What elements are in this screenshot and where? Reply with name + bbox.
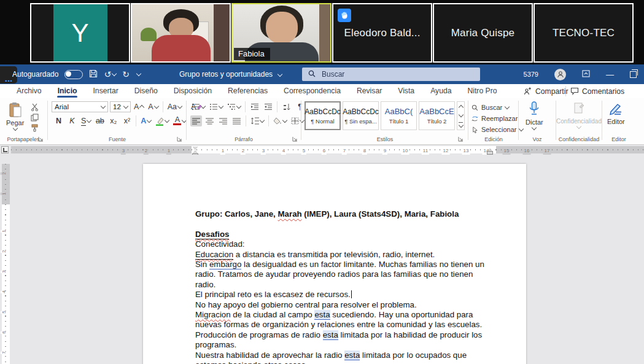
document-paragraph[interactable]: Nuestra habilidad de aprovechar la radio… bbox=[195, 350, 490, 364]
multilevel-list-button[interactable] bbox=[226, 101, 242, 112]
first-line-indent-marker[interactable] bbox=[193, 147, 198, 150]
grow-font-button[interactable]: A bbox=[133, 101, 145, 112]
tab-diseño[interactable]: Diseño bbox=[126, 84, 166, 98]
shrink-font-button[interactable]: A bbox=[147, 101, 159, 112]
dictate-button[interactable]: Dictar bbox=[526, 101, 543, 130]
ribbon-display-options-icon[interactable] bbox=[582, 70, 590, 79]
account-avatar[interactable] bbox=[554, 69, 566, 80]
cut-icon[interactable] bbox=[31, 103, 39, 114]
numbering-button[interactable] bbox=[208, 101, 224, 112]
hanging-indent-marker[interactable] bbox=[193, 150, 198, 153]
tab-selector[interactable] bbox=[1, 146, 9, 153]
decrease-indent-button[interactable] bbox=[249, 101, 260, 112]
participant-tile[interactable]: Y bbox=[30, 3, 130, 63]
minimize-button[interactable]: — bbox=[606, 70, 614, 79]
gallery-more-icon[interactable] bbox=[459, 122, 463, 127]
participant-tile[interactable] bbox=[131, 3, 231, 63]
align-left-button[interactable] bbox=[190, 115, 202, 126]
clipboard-dialog-launcher-icon[interactable] bbox=[38, 136, 44, 142]
tab-correspondencia[interactable]: Correspondencia bbox=[276, 84, 349, 98]
tab-nitro-pro[interactable]: Nitro Pro bbox=[459, 84, 505, 98]
participant-tile[interactable]: Eleodoro Bald... bbox=[332, 3, 432, 63]
underline-button[interactable]: S bbox=[80, 115, 92, 126]
comments-button[interactable]: Comentarios bbox=[570, 85, 644, 97]
tab-archivo[interactable]: Archivo bbox=[9, 84, 50, 98]
participant-tile[interactable]: TECNO-TEC bbox=[533, 3, 634, 63]
justify-button[interactable] bbox=[231, 115, 242, 126]
participant-tile[interactable]: Fabiola bbox=[231, 3, 332, 63]
ruler-number: 2 bbox=[1, 172, 7, 174]
save-icon[interactable] bbox=[89, 69, 98, 80]
document-paragraph[interactable]: Migracion de la ciudad al campo esta suc… bbox=[195, 310, 490, 330]
format-painter-icon[interactable] bbox=[31, 123, 39, 134]
editor-button[interactable]: Editor bbox=[607, 102, 625, 125]
undo-icon[interactable]: ↺ bbox=[104, 70, 116, 79]
document-paragraph[interactable]: No hay apoyo del gobierno central para r… bbox=[195, 300, 490, 310]
paste-button[interactable]: Pegar bbox=[6, 102, 24, 130]
change-case-button[interactable]: Aa bbox=[166, 101, 183, 112]
find-button[interactable]: Buscar bbox=[471, 102, 509, 113]
document-text[interactable]: Grupo: Carlos, Jane, Marah (IMEP), Laura… bbox=[195, 209, 490, 364]
search-input[interactable] bbox=[320, 69, 458, 79]
subscript-button[interactable]: x₂ bbox=[107, 115, 119, 126]
replace-button[interactable]: Reemplazar bbox=[471, 113, 518, 124]
participant-tile[interactable]: Maria Quispe bbox=[433, 3, 533, 63]
align-right-button[interactable] bbox=[217, 115, 229, 126]
tab-inicio[interactable]: Inicio bbox=[50, 84, 85, 98]
copy-icon[interactable] bbox=[31, 113, 39, 124]
strikethrough-button[interactable]: ab bbox=[94, 115, 106, 126]
shading-button[interactable] bbox=[272, 115, 288, 126]
align-center-button[interactable] bbox=[204, 115, 215, 126]
document-title[interactable]: Grupo retos y oportunidades bbox=[179, 70, 282, 79]
gallery-scroll-down-icon[interactable] bbox=[458, 112, 463, 117]
select-button[interactable]: Seleccionar bbox=[471, 124, 523, 135]
styles-dialog-launcher-icon[interactable] bbox=[458, 136, 464, 142]
document-paragraph[interactable] bbox=[195, 219, 490, 229]
style-card--sin-espa-[interactable]: AaBbCcDc¶ Sin espa... bbox=[343, 101, 379, 130]
document-paragraph[interactable]: Conectividad: bbox=[195, 239, 490, 249]
line-spacing-button[interactable] bbox=[249, 115, 265, 126]
redo-icon[interactable]: ↻ bbox=[122, 70, 130, 79]
paragraph-dialog-launcher-icon[interactable] bbox=[292, 136, 298, 142]
font-color-button[interactable]: A bbox=[172, 115, 187, 126]
style-card--normal[interactable]: AaBbCcDc¶ Normal bbox=[305, 101, 341, 130]
text-effects-button[interactable]: A bbox=[139, 115, 152, 126]
tab-disposición[interactable]: Disposición bbox=[166, 84, 220, 98]
tab-ayuda[interactable]: Ayuda bbox=[422, 84, 459, 98]
gallery-scroll-up-icon[interactable] bbox=[458, 105, 463, 110]
bold-button[interactable]: N bbox=[53, 115, 64, 126]
autosave-toggle[interactable] bbox=[64, 70, 83, 79]
document-page[interactable]: Grupo: Carlos, Jane, Marah (IMEP), Laura… bbox=[143, 164, 526, 364]
style-card-t-tulo-1[interactable]: AaBbC(Título 1 bbox=[381, 101, 417, 130]
increase-indent-button[interactable] bbox=[262, 101, 274, 112]
right-indent-marker-base[interactable] bbox=[487, 152, 492, 154]
tab-revisar[interactable]: Revisar bbox=[349, 84, 390, 98]
font-size-select[interactable]: 12 bbox=[110, 101, 131, 112]
font-name-select[interactable]: Arial bbox=[52, 101, 108, 112]
dictate-chevron-icon[interactable] bbox=[532, 125, 537, 130]
bullets-button[interactable] bbox=[190, 101, 206, 112]
style-card-t-tulo-2[interactable]: AaBbCcETítulo 2 bbox=[419, 101, 455, 130]
document-paragraph[interactable]: Grupo: Carlos, Jane, Marah (IMEP), Laura… bbox=[195, 209, 490, 219]
undo-chevron-icon[interactable] bbox=[112, 71, 117, 76]
restore-button[interactable] bbox=[630, 71, 637, 78]
tab-vista[interactable]: Vista bbox=[390, 84, 422, 98]
sort-button[interactable] bbox=[281, 101, 292, 112]
search-bar[interactable] bbox=[302, 68, 480, 81]
superscript-button[interactable]: x² bbox=[121, 115, 133, 126]
document-paragraph[interactable]: Desafios bbox=[195, 230, 490, 239]
tab-referencias[interactable]: Referencias bbox=[220, 84, 276, 98]
horizontal-ruler: 321 1234567891011121314 151617 bbox=[0, 145, 644, 155]
document-paragraph[interactable]: El principal reto es la escasez de recur… bbox=[195, 290, 490, 300]
tab-insertar[interactable]: Insertar bbox=[85, 84, 126, 98]
font-dialog-launcher-icon[interactable] bbox=[177, 136, 182, 142]
title-dropdown-icon[interactable] bbox=[277, 72, 282, 77]
italic-button[interactable]: K bbox=[66, 115, 78, 126]
paste-chevron-icon[interactable] bbox=[12, 126, 17, 131]
highlight-color-button[interactable] bbox=[154, 115, 170, 126]
document-paragraph[interactable]: Educacion a distancia es transmitida por… bbox=[195, 250, 490, 260]
share-button[interactable]: Compartir bbox=[524, 85, 568, 97]
qat-customize-icon[interactable] bbox=[136, 71, 141, 76]
document-paragraph[interactable]: Producción de programas de radio esta li… bbox=[195, 330, 490, 350]
document-paragraph[interactable]: Sin embargo la desigualdad es un factor … bbox=[195, 260, 490, 290]
